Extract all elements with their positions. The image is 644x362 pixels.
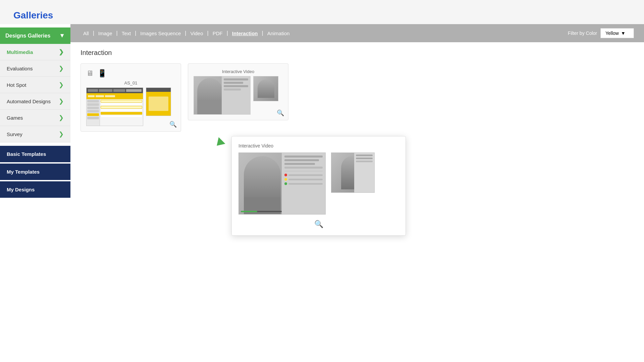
card2-secondary-thumb bbox=[253, 76, 278, 101]
filter-color-value: Yellow bbox=[605, 31, 619, 36]
gallery-section-title: Interaction bbox=[80, 49, 634, 57]
filter-color-chevron-icon: ▼ bbox=[621, 31, 626, 36]
chevron-right-icon: ❯ bbox=[59, 98, 64, 105]
tablet-icon: 📱 bbox=[98, 69, 107, 78]
main-layout: Designs Galleries ▼ Multimedia ❯ Evaluat… bbox=[0, 24, 644, 362]
page-title: Galleries bbox=[13, 10, 631, 21]
sidebar-item-hotspot-label: Hot Spot bbox=[7, 82, 26, 88]
filter-bar-left: All | Image | Text | Images Sequence | V… bbox=[80, 30, 568, 37]
sidebar: Designs Galleries ▼ Multimedia ❯ Evaluat… bbox=[0, 24, 70, 362]
filter-by-color-label: Filter by Color bbox=[568, 31, 597, 36]
filter-tab-pdf[interactable]: PDF bbox=[210, 30, 225, 37]
card1-thumbnails bbox=[86, 87, 175, 126]
card2-thumbnails bbox=[194, 76, 283, 115]
chevron-right-icon: ❯ bbox=[59, 114, 64, 121]
sidebar-item-survey-label: Survey bbox=[7, 131, 22, 137]
gallery-card-interactive-video[interactable]: Interactive Video bbox=[188, 63, 288, 120]
page-wrapper: Galleries Designs Galleries ▼ Multimedia… bbox=[0, 0, 644, 362]
chevron-down-icon: ▼ bbox=[59, 32, 65, 39]
my-templates-button[interactable]: My Templates bbox=[0, 164, 70, 180]
desktop-icon: 🖥 bbox=[86, 69, 94, 78]
filter-bar: All | Image | Text | Images Sequence | V… bbox=[70, 24, 644, 42]
basic-templates-button[interactable]: Basic Templates bbox=[0, 146, 70, 162]
card1-secondary-thumb bbox=[146, 87, 171, 116]
card1-label: AS_01 bbox=[86, 80, 175, 85]
filter-tab-images-sequence[interactable]: Images Sequence bbox=[138, 30, 183, 37]
expanded-secondary-area bbox=[331, 153, 399, 195]
card2-main-thumb bbox=[194, 76, 251, 115]
expanded-card-interactive-video: Interactive Video bbox=[231, 136, 406, 236]
sidebar-item-survey[interactable]: Survey ❯ bbox=[0, 126, 70, 142]
card1-main-thumb bbox=[86, 87, 143, 126]
sidebar-item-automated-label: Automated Designs bbox=[7, 99, 51, 104]
card-icons: 🖥 📱 bbox=[86, 69, 175, 78]
sidebar-item-multimedia-label: Multimedia bbox=[7, 49, 33, 55]
filter-tab-all[interactable]: All bbox=[80, 30, 92, 37]
expanded-card-label: Interactive Video bbox=[238, 143, 399, 148]
chevron-right-icon: ❯ bbox=[59, 130, 64, 138]
sidebar-item-automated[interactable]: Automated Designs ❯ bbox=[0, 93, 70, 110]
filter-tab-image[interactable]: Image bbox=[96, 30, 115, 37]
filter-color-dropdown[interactable]: Yellow ▼ bbox=[600, 28, 634, 38]
sidebar-item-evaluations[interactable]: Evaluations ❯ bbox=[0, 60, 70, 77]
sidebar-item-evaluations-label: Evaluations bbox=[7, 66, 33, 71]
filter-tab-video[interactable]: Video bbox=[187, 30, 206, 37]
cursor-pointer bbox=[213, 137, 225, 149]
filter-tab-interaction[interactable]: Interaction bbox=[229, 30, 261, 37]
filter-tab-text[interactable]: Text bbox=[119, 30, 134, 37]
expanded-search-icon[interactable]: 🔍 bbox=[238, 220, 399, 229]
search-icon[interactable]: 🔍 bbox=[169, 121, 177, 128]
sidebar-designs-galleries[interactable]: Designs Galleries ▼ bbox=[0, 27, 70, 44]
sidebar-item-games-label: Games bbox=[7, 115, 23, 121]
expanded-main-thumb bbox=[238, 153, 326, 215]
chevron-right-icon: ❯ bbox=[59, 81, 64, 88]
expanded-card-content bbox=[238, 153, 399, 215]
gallery-content: Interaction 🖥 📱 AS_01 bbox=[70, 42, 644, 362]
chevron-right-icon: ❯ bbox=[59, 65, 64, 72]
filter-tab-animation[interactable]: Animation bbox=[265, 30, 292, 37]
sidebar-designs-galleries-label: Designs Galleries bbox=[5, 33, 50, 39]
gallery-card-as01[interactable]: 🖥 📱 AS_01 bbox=[80, 63, 181, 132]
sidebar-item-multimedia[interactable]: Multimedia ❯ bbox=[0, 44, 70, 60]
card2-label: Interactive Video bbox=[194, 69, 283, 74]
sidebar-item-hotspot[interactable]: Hot Spot ❯ bbox=[0, 77, 70, 93]
top-area: Galleries bbox=[0, 0, 644, 24]
filter-bar-right: Filter by Color Yellow ▼ bbox=[568, 28, 634, 38]
sidebar-item-games[interactable]: Games ❯ bbox=[0, 110, 70, 126]
cards-row: 🖥 📱 AS_01 bbox=[80, 63, 634, 132]
chevron-right-icon: ❯ bbox=[59, 48, 64, 56]
content-area: All | Image | Text | Images Sequence | V… bbox=[70, 24, 644, 362]
sidebar-bottom: Basic Templates My Templates My Designs bbox=[0, 146, 70, 198]
search-icon[interactable]: 🔍 bbox=[277, 109, 284, 117]
expanded-secondary-thumb bbox=[331, 153, 375, 193]
my-designs-button[interactable]: My Designs bbox=[0, 181, 70, 198]
